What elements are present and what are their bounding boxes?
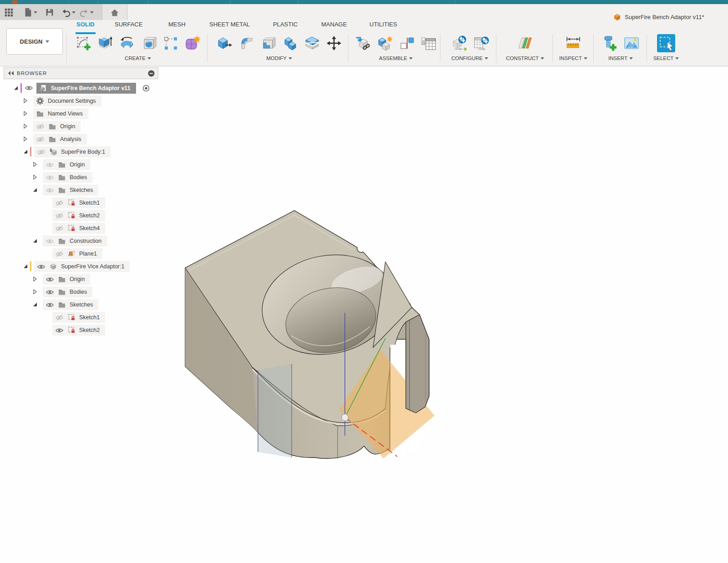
visibility-icon[interactable]	[37, 263, 46, 270]
assemble-menu[interactable]: ASSEMBLE	[379, 55, 413, 61]
model-body[interactable]	[185, 211, 429, 458]
tree-expander-expanded[interactable]	[32, 238, 38, 244]
tree-item[interactable]: Construction	[43, 236, 107, 246]
tree-row[interactable]: Named Views	[4, 107, 160, 120]
tree-item[interactable]: Origin	[33, 121, 81, 132]
tree-row[interactable]: SuperFire Vice Adaptor:1	[4, 260, 160, 273]
tree-item[interactable]: Document Settings	[33, 96, 101, 106]
home-view-button[interactable]	[110, 4, 120, 20]
tree-row[interactable]: Sketch2	[4, 209, 160, 222]
hole-button[interactable]	[140, 33, 158, 53]
tree-expander-expanded[interactable]	[32, 187, 38, 193]
split-body-button[interactable]	[303, 33, 321, 53]
tree-item[interactable]: Sketch1	[52, 197, 105, 208]
tree-row[interactable]: Origin	[4, 120, 160, 133]
shell-button[interactable]	[259, 33, 278, 53]
tree-row[interactable]: Sketches	[4, 184, 160, 196]
visibility-icon[interactable]	[46, 276, 54, 283]
tree-item[interactable]: Bodies	[43, 287, 92, 297]
tree-item[interactable]: Sketches	[43, 185, 98, 196]
tree-item[interactable]: SuperFire Vice Adaptor:1	[34, 261, 130, 272]
as-built-joint-button[interactable]	[398, 33, 416, 53]
tab-plastic[interactable]: PLASTIC	[273, 21, 298, 33]
visibility-icon[interactable]	[46, 174, 54, 181]
tree-item[interactable]: Sketches	[43, 299, 98, 310]
tree-expander-expanded[interactable]	[13, 85, 19, 91]
visibility-icon[interactable]	[46, 161, 54, 168]
tree-expander-collapsed[interactable]	[32, 289, 38, 295]
app-grid-button[interactable]	[4, 4, 14, 20]
tree-row[interactable]: Sketch1	[4, 196, 160, 209]
tab-mesh[interactable]: MESH	[168, 21, 186, 33]
new-component-button[interactable]	[354, 33, 372, 53]
model-superfire-adaptor[interactable]	[180, 203, 441, 464]
tree-expander-collapsed[interactable]	[32, 276, 38, 282]
tree-item[interactable]: SuperFire Bench Adaptor v11	[36, 83, 136, 94]
tab-sheet-metal[interactable]: SHEET METAL	[209, 21, 250, 33]
tree-item[interactable]: Sketch2	[52, 210, 105, 221]
tree-row[interactable]: Construction	[4, 235, 160, 247]
construction-plane-overlay[interactable]	[339, 349, 435, 458]
tree-row[interactable]: Bodies	[4, 171, 160, 184]
visibility-off-icon[interactable]	[37, 149, 46, 156]
file-menu-button[interactable]	[23, 4, 37, 20]
configuration-button[interactable]	[450, 33, 468, 53]
configuration-table-button[interactable]	[472, 33, 490, 53]
tree-row[interactable]: SuperFire Body:1	[4, 146, 160, 158]
tab-manage[interactable]: MANAGE	[321, 21, 347, 33]
model-right-wall[interactable]	[406, 315, 429, 413]
visibility-icon[interactable]	[46, 187, 54, 194]
tree-item[interactable]: SuperFire Body:1	[34, 146, 111, 157]
tree-row[interactable]: SuperFire Bench Adaptor v11	[4, 82, 160, 95]
visibility-icon[interactable]	[46, 302, 54, 308]
tree-row[interactable]: Origin	[4, 158, 160, 171]
tab-utilities[interactable]: UTILITIES	[369, 21, 397, 33]
tree-row[interactable]: Origin	[4, 273, 160, 286]
move-copy-button[interactable]	[325, 33, 343, 53]
create-form-button[interactable]	[183, 33, 202, 53]
insert-fastener-button[interactable]	[601, 33, 619, 53]
fillet-button[interactable]	[238, 33, 256, 53]
visibility-off-icon[interactable]	[55, 212, 64, 219]
inspect-menu[interactable]: INSPECT	[559, 55, 587, 61]
tree-expander-collapsed[interactable]	[22, 136, 28, 142]
tree-row[interactable]: Sketch1	[4, 311, 160, 324]
create-menu[interactable]: CREATE	[125, 55, 151, 61]
tree-expander-expanded[interactable]	[32, 302, 38, 307]
construction-plane-button[interactable]	[516, 33, 534, 53]
tree-row[interactable]: Sketch2	[4, 324, 160, 337]
visibility-off-icon[interactable]	[55, 251, 64, 257]
save-button[interactable]	[45, 4, 55, 20]
tree-expander-collapsed[interactable]	[22, 98, 28, 104]
visibility-icon[interactable]	[25, 85, 33, 91]
tree-item[interactable]: Analysis	[33, 134, 87, 145]
combine-button[interactable]	[281, 33, 299, 53]
tree-item[interactable]: Origin	[43, 274, 90, 285]
configure-menu[interactable]: CONFIGURE	[451, 55, 488, 61]
tree-row[interactable]: Bodies	[4, 286, 160, 298]
collapse-panel-icon[interactable]	[8, 70, 14, 76]
construct-menu[interactable]: CONSTRUCT	[506, 55, 544, 61]
insert-menu[interactable]: INSERT	[608, 55, 633, 61]
tree-expander-collapsed[interactable]	[32, 161, 38, 167]
tree-item[interactable]: Bodies	[43, 172, 92, 183]
tree-item[interactable]: Named Views	[33, 108, 88, 119]
measure-button[interactable]	[564, 33, 582, 53]
revolve-button[interactable]	[118, 33, 136, 53]
tree-expander-collapsed[interactable]	[22, 123, 28, 129]
visibility-icon[interactable]	[55, 327, 64, 334]
tree-row[interactable]: Sketches	[4, 298, 160, 311]
workspace-selector[interactable]: DESIGN	[6, 28, 63, 55]
collapse-all-icon[interactable]	[148, 70, 155, 77]
rectangular-pattern-button[interactable]	[162, 33, 180, 53]
joint-button[interactable]	[376, 33, 394, 53]
tree-row[interactable]: Document Settings	[4, 95, 160, 107]
tree-item[interactable]: Origin	[43, 159, 90, 170]
redo-button[interactable]	[79, 4, 94, 20]
visibility-off-icon[interactable]	[36, 136, 45, 143]
browser-panel-header[interactable]: BROWSER	[4, 67, 158, 79]
visibility-off-icon[interactable]	[36, 123, 45, 130]
tree-row[interactable]: Sketch4	[4, 222, 160, 235]
tree-item[interactable]: Sketch1	[52, 312, 105, 323]
tree-expander-expanded[interactable]	[22, 149, 28, 155]
